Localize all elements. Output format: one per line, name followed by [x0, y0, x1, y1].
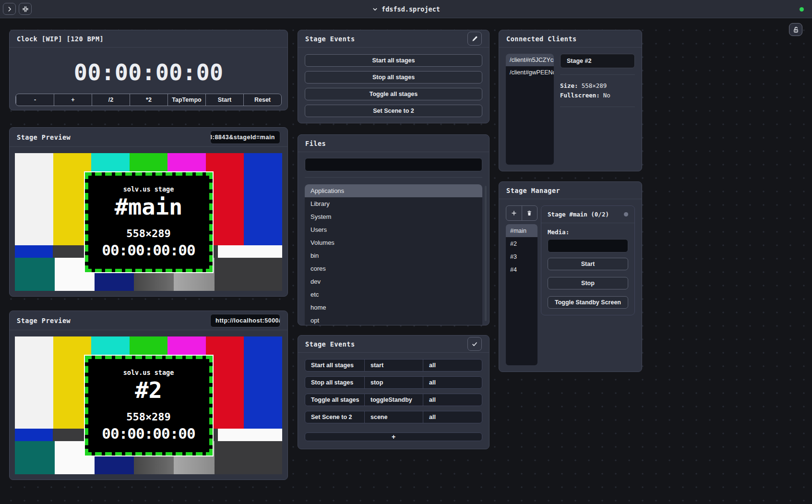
- stage-action-button[interactable]: Stop: [548, 277, 628, 289]
- stage-url-input[interactable]: http://localhost:5000/exar: [210, 314, 280, 327]
- connected-clients-header[interactable]: Connected Clients: [499, 30, 642, 48]
- confirm-events-button[interactable]: [467, 337, 482, 351]
- client-list-item[interactable]: /client#gwPEENcC: [506, 66, 554, 79]
- stage-preview-header[interactable]: Stage Preview http://localhost:5000/exar: [10, 311, 287, 330]
- file-list-item[interactable]: Volumes: [305, 236, 482, 249]
- event-name-cell[interactable]: stop: [364, 377, 423, 388]
- files-body: ApplicationsLibrarySystemUsersVolumesbin…: [298, 152, 489, 325]
- files-path-input[interactable]: [305, 158, 482, 171]
- color-bar: [15, 245, 53, 258]
- event-row: Set Scene to 2 scene all: [305, 411, 482, 423]
- stage-manager-panel: Stage Manager: [499, 181, 642, 372]
- color-bar: [15, 153, 53, 245]
- file-list-item[interactable]: Library: [305, 197, 482, 210]
- clock-control-button[interactable]: Reset: [243, 94, 281, 106]
- event-label-cell[interactable]: Set Scene to 2: [305, 411, 364, 423]
- event-label-cell[interactable]: Start all stages: [305, 360, 364, 371]
- client-detail: Stage #2 Size:558×289 Fullscreen:No: [560, 54, 635, 165]
- chevron-down-icon: [372, 6, 378, 12]
- stage-events-title: Stage Events: [305, 35, 355, 43]
- stage-events-header[interactable]: Stage Events: [298, 30, 489, 48]
- client-list: /client#n5JCZYcr/client#gwPEENcC: [506, 54, 554, 165]
- edit-events-button[interactable]: [467, 32, 482, 46]
- stage-events-table: Start all stages start all Stop all stag…: [298, 353, 489, 432]
- file-list-item[interactable]: Applications: [305, 184, 482, 197]
- client-size-line: Size:558×289: [560, 81, 635, 91]
- stage-manager-header[interactable]: Stage Manager: [499, 182, 642, 199]
- stage-action-button[interactable]: Toggle Standby Screen: [548, 296, 628, 309]
- client-fullscreen-line: Fullscreen:No: [560, 91, 635, 100]
- project-title-menu[interactable]: fdsfsd.sproject: [0, 0, 812, 18]
- file-list-item[interactable]: cores: [305, 262, 482, 275]
- pencil-icon: [471, 36, 478, 42]
- file-list-item[interactable]: etc: [305, 288, 482, 301]
- file-list-item[interactable]: opt: [305, 314, 482, 325]
- event-name-cell[interactable]: scene: [364, 411, 423, 423]
- event-target-cell[interactable]: all: [423, 377, 482, 388]
- stage-events-editor-header[interactable]: Stage Events: [298, 336, 489, 353]
- files-scrollbar[interactable]: [485, 186, 487, 321]
- client-fullscreen-value: No: [603, 92, 610, 99]
- clock-controls: -+/2*2TapTempoStartReset: [15, 94, 282, 106]
- file-list-item[interactable]: home: [305, 301, 482, 314]
- stage-manager-body: #main#2#3#4 Stage #main (0/2) Media: Sta…: [499, 199, 642, 372]
- stage-list-item[interactable]: #2: [506, 237, 537, 250]
- event-name-cell[interactable]: start: [364, 360, 423, 371]
- stage-events-buttons: Start all stagesStop all stagesToggle al…: [298, 48, 489, 123]
- clock-control-button[interactable]: TapTempo: [167, 94, 205, 106]
- smpte-test-pattern[interactable]: solv.us stage #2 558×289 00:00:00:00: [15, 336, 282, 474]
- stage-list-item[interactable]: #main: [506, 224, 537, 237]
- divider: [305, 177, 482, 178]
- client-size-value: 558×289: [582, 82, 607, 89]
- trash-icon: [526, 210, 533, 216]
- file-list-item[interactable]: bin: [305, 249, 482, 262]
- clock-panel: Clock [WIP] [120 BPM] 00:00:00:00 -+/2*2…: [9, 30, 288, 110]
- color-bar: [244, 336, 282, 429]
- stage-list-item[interactable]: #3: [506, 250, 537, 263]
- event-target-cell[interactable]: all: [423, 360, 482, 371]
- file-list-item[interactable]: dev: [305, 275, 482, 288]
- stage-preview-header[interactable]: Stage Preview 6.53:8843&stageId=main: [10, 128, 287, 147]
- files-panel: Files ApplicationsLibrarySystemUsersVolu…: [298, 134, 490, 325]
- event-row: Toggle all stages toggleStandby all: [305, 394, 482, 406]
- file-list-item[interactable]: System: [305, 210, 482, 223]
- dashboard-canvas: Clock [WIP] [120 BPM] 00:00:00:00 -+/2*2…: [0, 18, 812, 504]
- stage-event-button[interactable]: Stop all stages: [305, 71, 482, 84]
- stage-event-button[interactable]: Start all stages: [305, 54, 482, 67]
- stage-event-button[interactable]: Toggle all stages: [305, 88, 482, 100]
- clock-control-button[interactable]: *2: [130, 94, 167, 106]
- event-label-cell[interactable]: Stop all stages: [305, 377, 364, 388]
- file-list-item[interactable]: Users: [305, 223, 482, 236]
- event-target-cell[interactable]: all: [423, 411, 482, 423]
- stage-url-value: 6.53:8843&stageId=main: [210, 134, 275, 141]
- stage-event-button[interactable]: Set Scene to 2: [305, 105, 482, 117]
- clock-control-button[interactable]: /2: [92, 94, 130, 106]
- files-header[interactable]: Files: [298, 135, 489, 152]
- lock-layout-button[interactable]: [789, 23, 802, 36]
- stage-url-input[interactable]: 6.53:8843&stageId=main: [210, 131, 280, 144]
- stage-timecode: 00:00:00:00: [102, 425, 195, 442]
- clock-control-button[interactable]: Start: [205, 94, 243, 106]
- stage-manager-left: #main#2#3#4: [506, 205, 537, 365]
- media-input[interactable]: [548, 239, 628, 252]
- top-bar: fdsfsd.sproject: [0, 0, 812, 18]
- stage-info-overlay: solv.us stage #2 558×289 00:00:00:00: [85, 356, 213, 456]
- smpte-test-pattern[interactable]: solv.us stage #main 558×289 00:00:00:00: [15, 153, 282, 291]
- event-label-cell[interactable]: Toggle all stages: [305, 394, 364, 406]
- event-target-cell[interactable]: all: [423, 394, 482, 406]
- clock-control-button[interactable]: +: [54, 94, 92, 106]
- clock-panel-header[interactable]: Clock [WIP] [120 BPM]: [10, 30, 287, 48]
- client-stage-input[interactable]: Stage #2: [560, 54, 635, 68]
- event-name-cell[interactable]: toggleStandby: [364, 394, 423, 406]
- stage-list-item[interactable]: #4: [506, 263, 537, 276]
- client-list-item[interactable]: /client#n5JCZYcr: [506, 54, 554, 66]
- stage-action-button[interactable]: Start: [548, 258, 628, 270]
- clock-control-button[interactable]: -: [16, 94, 54, 106]
- add-event-button[interactable]: +: [305, 432, 482, 441]
- media-label: Media:: [548, 228, 628, 236]
- add-stage-button[interactable]: [506, 206, 522, 220]
- stage-detail-buttons: StartStopToggle Standby Screen: [548, 258, 628, 309]
- delete-stage-button[interactable]: [522, 206, 537, 220]
- stage-url-value: http://localhost:5000/exar: [215, 317, 280, 324]
- connected-clients-body: /client#n5JCZYcr/client#gwPEENcC Stage #…: [499, 48, 642, 171]
